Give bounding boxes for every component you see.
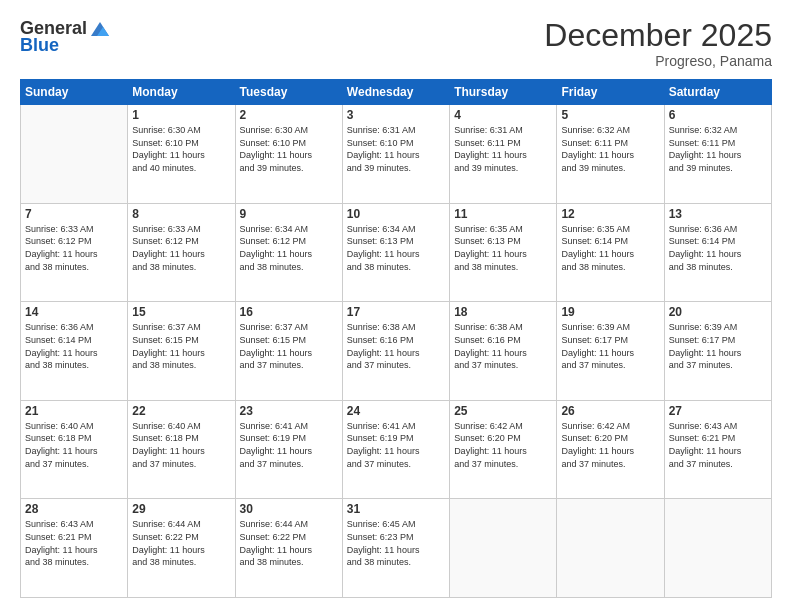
- day-number: 5: [561, 108, 659, 122]
- day-info: Sunrise: 6:30 AM Sunset: 6:10 PM Dayligh…: [132, 124, 230, 174]
- day-number: 17: [347, 305, 445, 319]
- calendar-header-row: Sunday Monday Tuesday Wednesday Thursday…: [21, 80, 772, 105]
- day-info: Sunrise: 6:36 AM Sunset: 6:14 PM Dayligh…: [25, 321, 123, 371]
- day-number: 1: [132, 108, 230, 122]
- calendar-week-row: 1Sunrise: 6:30 AM Sunset: 6:10 PM Daylig…: [21, 105, 772, 204]
- day-number: 11: [454, 207, 552, 221]
- day-info: Sunrise: 6:33 AM Sunset: 6:12 PM Dayligh…: [25, 223, 123, 273]
- logo-blue-text: Blue: [20, 36, 59, 56]
- table-row: 23Sunrise: 6:41 AM Sunset: 6:19 PM Dayli…: [235, 400, 342, 499]
- logo-icon: [89, 18, 111, 40]
- day-number: 22: [132, 404, 230, 418]
- col-sunday: Sunday: [21, 80, 128, 105]
- day-number: 4: [454, 108, 552, 122]
- day-number: 27: [669, 404, 767, 418]
- table-row: 28Sunrise: 6:43 AM Sunset: 6:21 PM Dayli…: [21, 499, 128, 598]
- col-saturday: Saturday: [664, 80, 771, 105]
- day-info: Sunrise: 6:42 AM Sunset: 6:20 PM Dayligh…: [454, 420, 552, 470]
- day-number: 2: [240, 108, 338, 122]
- table-row: 7Sunrise: 6:33 AM Sunset: 6:12 PM Daylig…: [21, 203, 128, 302]
- day-info: Sunrise: 6:40 AM Sunset: 6:18 PM Dayligh…: [25, 420, 123, 470]
- table-row: 20Sunrise: 6:39 AM Sunset: 6:17 PM Dayli…: [664, 302, 771, 401]
- table-row: 16Sunrise: 6:37 AM Sunset: 6:15 PM Dayli…: [235, 302, 342, 401]
- day-number: 9: [240, 207, 338, 221]
- day-info: Sunrise: 6:37 AM Sunset: 6:15 PM Dayligh…: [132, 321, 230, 371]
- day-number: 12: [561, 207, 659, 221]
- day-info: Sunrise: 6:34 AM Sunset: 6:12 PM Dayligh…: [240, 223, 338, 273]
- table-row: 18Sunrise: 6:38 AM Sunset: 6:16 PM Dayli…: [450, 302, 557, 401]
- col-wednesday: Wednesday: [342, 80, 449, 105]
- day-info: Sunrise: 6:33 AM Sunset: 6:12 PM Dayligh…: [132, 223, 230, 273]
- day-number: 3: [347, 108, 445, 122]
- table-row: 25Sunrise: 6:42 AM Sunset: 6:20 PM Dayli…: [450, 400, 557, 499]
- table-row: 19Sunrise: 6:39 AM Sunset: 6:17 PM Dayli…: [557, 302, 664, 401]
- day-info: Sunrise: 6:38 AM Sunset: 6:16 PM Dayligh…: [347, 321, 445, 371]
- day-info: Sunrise: 6:37 AM Sunset: 6:15 PM Dayligh…: [240, 321, 338, 371]
- logo: General Blue: [20, 18, 111, 56]
- day-number: 25: [454, 404, 552, 418]
- calendar-week-row: 14Sunrise: 6:36 AM Sunset: 6:14 PM Dayli…: [21, 302, 772, 401]
- table-row: 1Sunrise: 6:30 AM Sunset: 6:10 PM Daylig…: [128, 105, 235, 204]
- table-row: 13Sunrise: 6:36 AM Sunset: 6:14 PM Dayli…: [664, 203, 771, 302]
- day-info: Sunrise: 6:39 AM Sunset: 6:17 PM Dayligh…: [669, 321, 767, 371]
- day-number: 16: [240, 305, 338, 319]
- day-number: 13: [669, 207, 767, 221]
- day-info: Sunrise: 6:41 AM Sunset: 6:19 PM Dayligh…: [240, 420, 338, 470]
- day-number: 23: [240, 404, 338, 418]
- day-number: 15: [132, 305, 230, 319]
- table-row: 12Sunrise: 6:35 AM Sunset: 6:14 PM Dayli…: [557, 203, 664, 302]
- day-info: Sunrise: 6:43 AM Sunset: 6:21 PM Dayligh…: [669, 420, 767, 470]
- day-number: 24: [347, 404, 445, 418]
- table-row: 14Sunrise: 6:36 AM Sunset: 6:14 PM Dayli…: [21, 302, 128, 401]
- day-number: 20: [669, 305, 767, 319]
- day-info: Sunrise: 6:40 AM Sunset: 6:18 PM Dayligh…: [132, 420, 230, 470]
- table-row: 8Sunrise: 6:33 AM Sunset: 6:12 PM Daylig…: [128, 203, 235, 302]
- title-block: December 2025 Progreso, Panama: [544, 18, 772, 69]
- day-info: Sunrise: 6:35 AM Sunset: 6:13 PM Dayligh…: [454, 223, 552, 273]
- day-info: Sunrise: 6:41 AM Sunset: 6:19 PM Dayligh…: [347, 420, 445, 470]
- day-info: Sunrise: 6:38 AM Sunset: 6:16 PM Dayligh…: [454, 321, 552, 371]
- day-info: Sunrise: 6:44 AM Sunset: 6:22 PM Dayligh…: [132, 518, 230, 568]
- day-number: 8: [132, 207, 230, 221]
- day-info: Sunrise: 6:31 AM Sunset: 6:10 PM Dayligh…: [347, 124, 445, 174]
- table-row: 30Sunrise: 6:44 AM Sunset: 6:22 PM Dayli…: [235, 499, 342, 598]
- calendar-week-row: 7Sunrise: 6:33 AM Sunset: 6:12 PM Daylig…: [21, 203, 772, 302]
- day-info: Sunrise: 6:32 AM Sunset: 6:11 PM Dayligh…: [669, 124, 767, 174]
- day-info: Sunrise: 6:35 AM Sunset: 6:14 PM Dayligh…: [561, 223, 659, 273]
- day-number: 19: [561, 305, 659, 319]
- table-row: 31Sunrise: 6:45 AM Sunset: 6:23 PM Dayli…: [342, 499, 449, 598]
- table-row: [664, 499, 771, 598]
- table-row: [21, 105, 128, 204]
- day-info: Sunrise: 6:39 AM Sunset: 6:17 PM Dayligh…: [561, 321, 659, 371]
- table-row: 15Sunrise: 6:37 AM Sunset: 6:15 PM Dayli…: [128, 302, 235, 401]
- day-number: 21: [25, 404, 123, 418]
- day-number: 30: [240, 502, 338, 516]
- table-row: 22Sunrise: 6:40 AM Sunset: 6:18 PM Dayli…: [128, 400, 235, 499]
- location: Progreso, Panama: [544, 53, 772, 69]
- col-monday: Monday: [128, 80, 235, 105]
- table-row: 2Sunrise: 6:30 AM Sunset: 6:10 PM Daylig…: [235, 105, 342, 204]
- table-row: 10Sunrise: 6:34 AM Sunset: 6:13 PM Dayli…: [342, 203, 449, 302]
- header: General Blue December 2025 Progreso, Pan…: [20, 18, 772, 69]
- table-row: 21Sunrise: 6:40 AM Sunset: 6:18 PM Dayli…: [21, 400, 128, 499]
- day-info: Sunrise: 6:36 AM Sunset: 6:14 PM Dayligh…: [669, 223, 767, 273]
- day-info: Sunrise: 6:32 AM Sunset: 6:11 PM Dayligh…: [561, 124, 659, 174]
- day-info: Sunrise: 6:44 AM Sunset: 6:22 PM Dayligh…: [240, 518, 338, 568]
- table-row: 3Sunrise: 6:31 AM Sunset: 6:10 PM Daylig…: [342, 105, 449, 204]
- page: General Blue December 2025 Progreso, Pan…: [0, 0, 792, 612]
- day-number: 10: [347, 207, 445, 221]
- day-info: Sunrise: 6:30 AM Sunset: 6:10 PM Dayligh…: [240, 124, 338, 174]
- table-row: 5Sunrise: 6:32 AM Sunset: 6:11 PM Daylig…: [557, 105, 664, 204]
- day-number: 26: [561, 404, 659, 418]
- calendar-table: Sunday Monday Tuesday Wednesday Thursday…: [20, 79, 772, 598]
- table-row: 24Sunrise: 6:41 AM Sunset: 6:19 PM Dayli…: [342, 400, 449, 499]
- calendar-week-row: 21Sunrise: 6:40 AM Sunset: 6:18 PM Dayli…: [21, 400, 772, 499]
- table-row: [557, 499, 664, 598]
- day-info: Sunrise: 6:31 AM Sunset: 6:11 PM Dayligh…: [454, 124, 552, 174]
- col-tuesday: Tuesday: [235, 80, 342, 105]
- col-friday: Friday: [557, 80, 664, 105]
- table-row: [450, 499, 557, 598]
- day-number: 7: [25, 207, 123, 221]
- table-row: 27Sunrise: 6:43 AM Sunset: 6:21 PM Dayli…: [664, 400, 771, 499]
- table-row: 26Sunrise: 6:42 AM Sunset: 6:20 PM Dayli…: [557, 400, 664, 499]
